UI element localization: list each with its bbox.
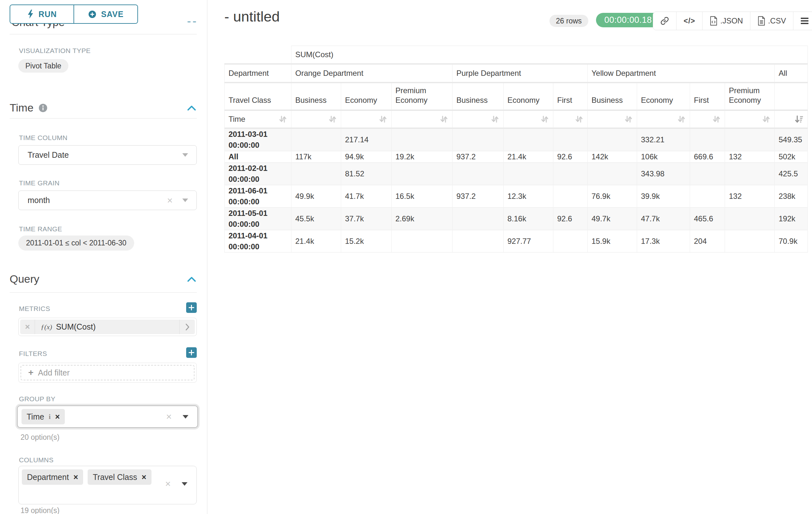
visualization-type-pill[interactable]: Pivot Table — [18, 59, 68, 73]
row-time-label: 2011-03-01 00:00:00 — [225, 128, 291, 151]
remove-tag-icon[interactable]: × — [142, 472, 146, 482]
export-csv-button[interactable]: .CSV — [750, 12, 793, 30]
add-filter-button[interactable]: + Add filter — [21, 365, 195, 380]
value-cell: 16.5k — [392, 185, 453, 208]
chevron-up-icon[interactable] — [186, 105, 197, 111]
expand-metric-button[interactable] — [179, 320, 195, 334]
columns-select[interactable]: Department×Travel Class× × — [18, 466, 197, 504]
value-cell — [690, 163, 725, 185]
value-cell: 49.9k — [291, 185, 341, 208]
row-time-label: All — [225, 151, 291, 163]
time-column-select[interactable]: Travel Date — [18, 145, 197, 165]
column-info-icon[interactable]: i — [49, 412, 51, 421]
save-button[interactable]: SAVE — [74, 5, 137, 23]
export-csv-label: .CSV — [768, 17, 786, 25]
travel-class-header — [775, 83, 808, 110]
column-sort-header[interactable] — [341, 110, 392, 128]
add-metric-button[interactable] — [186, 302, 197, 313]
column-sort-header[interactable] — [588, 110, 637, 128]
clear-icon[interactable]: × — [167, 196, 173, 205]
group-by-select[interactable]: Timei× × — [17, 405, 198, 428]
time-section-title: Time — [10, 102, 33, 114]
value-cell: 927.77 — [503, 230, 553, 252]
add-filter-label: Add filter — [38, 368, 70, 377]
value-cell: 106k — [637, 151, 690, 163]
chevron-up-icon[interactable] — [186, 276, 197, 282]
table-row: 2011-06-01 00:00:0049.9k41.7k16.5k937.21… — [225, 185, 808, 208]
export-json-button[interactable]: .JSON — [702, 12, 750, 30]
divider — [10, 34, 197, 34]
sort-icon — [711, 114, 722, 124]
hamburger-menu-icon — [801, 17, 809, 24]
query-section-title: Query — [10, 273, 39, 285]
time-sort-header[interactable]: Time — [225, 110, 291, 128]
column-sort-header[interactable] — [725, 110, 775, 128]
clear-icon[interactable]: × — [165, 479, 171, 489]
value-cell — [690, 128, 725, 151]
value-cell: 217.14 — [341, 128, 392, 151]
travel-class-dimension-label: Travel Class — [225, 83, 291, 110]
share-link-button[interactable] — [653, 12, 676, 30]
time-range-label: TIME RANGE — [19, 225, 62, 233]
value-cell: 12.3k — [503, 185, 553, 208]
code-icon: </> — [684, 17, 695, 25]
chart-type-collapse-icon[interactable] — [187, 21, 196, 23]
value-cell: 76.9k — [588, 185, 637, 208]
value-cell: 132 — [725, 151, 775, 163]
menu-button[interactable] — [793, 12, 812, 30]
metric-name: SUM(Cost) — [56, 322, 179, 331]
value-cell: 238k — [775, 185, 808, 208]
selected-option-tag[interactable]: Travel Class× — [88, 469, 151, 485]
column-sort-header[interactable] — [637, 110, 690, 128]
value-cell: 15.9k — [588, 230, 637, 252]
metric-pill[interactable]: × ƒ(x) SUM(Cost) — [20, 320, 195, 334]
chart-panel: - untitled 26 rows 00:00:00.18 </> — [208, 0, 812, 514]
value-cell: 142k — [588, 151, 637, 163]
columns-options-hint: 19 option(s) — [21, 506, 59, 514]
chevron-down-icon — [182, 198, 188, 202]
value-cell — [725, 128, 775, 151]
travel-class-header: Business — [453, 83, 503, 110]
column-sort-header[interactable] — [392, 110, 453, 128]
tag-label: Travel Class — [93, 472, 137, 482]
column-sort-header[interactable] — [503, 110, 553, 128]
column-sort-header[interactable] — [775, 110, 808, 128]
column-sort-header[interactable] — [690, 110, 725, 128]
add-filter-plus-button[interactable] — [186, 347, 197, 358]
info-icon[interactable] — [38, 104, 48, 112]
travel-class-header: First — [553, 83, 588, 110]
department-group-header: Orange Department — [291, 64, 453, 83]
sort-icon — [490, 114, 500, 124]
remove-tag-icon[interactable]: × — [74, 472, 78, 482]
lightning-bolt-icon — [27, 9, 34, 19]
selected-option-tag[interactable]: Department× — [22, 469, 83, 485]
chart-title[interactable]: - untitled — [224, 8, 280, 25]
time-range-pill[interactable]: 2011-01-01 ≤ col < 2011-06-30 — [18, 236, 134, 250]
value-cell — [588, 128, 637, 151]
value-cell — [453, 163, 503, 185]
remove-metric-icon[interactable]: × — [20, 320, 35, 334]
value-cell: 937.2 — [453, 151, 503, 163]
remove-tag-icon[interactable]: × — [55, 412, 60, 422]
column-sort-header[interactable] — [553, 110, 588, 128]
column-sort-header[interactable] — [453, 110, 503, 128]
clear-icon[interactable]: × — [166, 412, 172, 422]
value-cell: 17.3k — [637, 230, 690, 252]
query-timer-badge: 00:00:00.18 — [596, 13, 660, 27]
column-sort-header[interactable] — [291, 110, 341, 128]
table-row: All117k94.9k19.2k937.221.4k92.6142k106k6… — [225, 151, 808, 163]
time-column-value: Travel Date — [28, 150, 182, 160]
time-section-header[interactable]: Time — [10, 102, 197, 114]
time-grain-select[interactable]: month × — [18, 190, 197, 210]
value-cell: 45.5k — [291, 208, 341, 230]
value-cell: 343.98 — [637, 163, 690, 185]
export-json-label: .JSON — [720, 17, 743, 25]
metrics-container: × ƒ(x) SUM(Cost) — [18, 318, 197, 336]
value-cell: 19.2k — [392, 151, 453, 163]
selected-option-tag[interactable]: Timei× — [22, 409, 65, 424]
sort-icon — [540, 114, 550, 124]
run-button[interactable]: RUN — [10, 5, 74, 23]
department-group-header: All — [775, 64, 808, 83]
query-section-header[interactable]: Query — [10, 273, 197, 285]
view-query-button[interactable]: </> — [676, 12, 702, 30]
